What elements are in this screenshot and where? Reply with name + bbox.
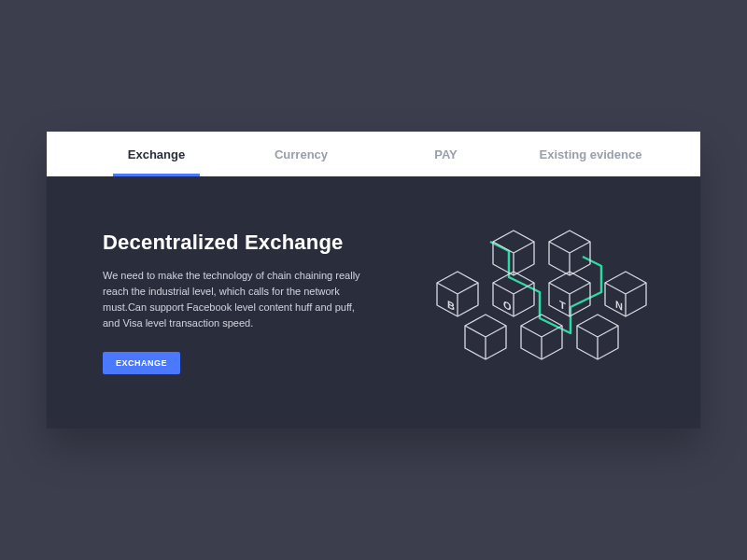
tab-exchange[interactable]: Exchange [84, 132, 229, 176]
cubes-illustration: B O T N [420, 214, 663, 391]
tab-pay[interactable]: PAY [374, 132, 518, 176]
feature-card: Exchange Currency PAY Existing evidence … [47, 132, 700, 428]
svg-text:O: O [503, 298, 512, 313]
svg-text:N: N [615, 298, 623, 313]
exchange-button[interactable]: EXCHANGE [103, 352, 180, 374]
tab-existing-evidence[interactable]: Existing evidence [518, 132, 663, 176]
svg-text:B: B [447, 298, 455, 313]
content-panel: Decentralized Exchange We need to make t… [47, 176, 700, 428]
tab-bar: Exchange Currency PAY Existing evidence [47, 132, 700, 176]
text-content: Decentralized Exchange We need to make t… [103, 231, 392, 374]
panel-heading: Decentralized Exchange [103, 231, 392, 255]
svg-text:T: T [559, 298, 566, 313]
panel-body: We need to make the technology of chain … [103, 268, 374, 331]
tab-currency[interactable]: Currency [229, 132, 374, 176]
